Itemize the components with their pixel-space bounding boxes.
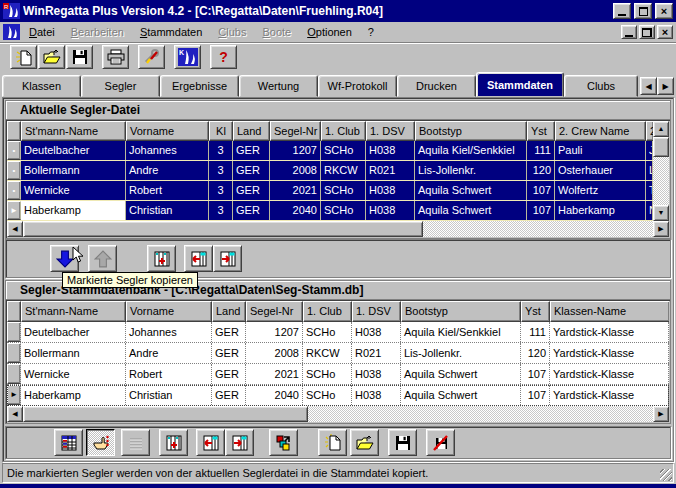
list-view-button[interactable] bbox=[121, 429, 150, 456]
cell-segelnr[interactable]: 2021 bbox=[270, 181, 321, 200]
cell-bootstyp[interactable]: Aquila Schwert bbox=[401, 364, 521, 384]
cell-land[interactable]: GER bbox=[233, 161, 270, 180]
tab-drucken[interactable]: Drucken bbox=[397, 75, 476, 97]
help-button[interactable]: ? bbox=[210, 45, 237, 69]
scroll-left-button[interactable]: ◀ bbox=[7, 406, 23, 422]
cell-bootstyp[interactable]: Aquila Kiel/Senkkiel bbox=[415, 141, 527, 160]
cell-club[interactable]: RKCW bbox=[321, 161, 366, 180]
cell-partial[interactable]: J bbox=[646, 141, 653, 160]
document-logo-icon[interactable] bbox=[3, 24, 20, 40]
cell-vorname[interactable]: Robert bbox=[126, 364, 212, 384]
grid2-row-4-current[interactable]: ► Haberkamp Christian GER 2040 SCHo H038… bbox=[7, 385, 669, 406]
cell-dsv[interactable]: H038 bbox=[366, 181, 415, 200]
grid-move-right-button[interactable] bbox=[225, 429, 254, 456]
tab-scroll-right-button[interactable]: ▶ bbox=[657, 77, 674, 95]
mdi-minimize-button[interactable] bbox=[621, 25, 637, 39]
cell-bootstyp[interactable]: Lis-Jollenkr. bbox=[415, 161, 527, 180]
cell-vorname[interactable]: Andre bbox=[126, 161, 209, 180]
tab-ergebnisse[interactable]: Ergebnisse bbox=[160, 75, 239, 97]
row-selector[interactable]: • bbox=[7, 141, 21, 160]
cell-name[interactable]: Bollermann bbox=[21, 161, 126, 180]
cell-crew[interactable]: Wolfertz bbox=[555, 181, 646, 200]
cell-yst[interactable]: 120 bbox=[521, 343, 550, 363]
cell-dsv[interactable]: R021 bbox=[366, 161, 415, 180]
cancel-save-button[interactable] bbox=[426, 429, 455, 456]
cell-klasse[interactable]: Yardstick-Klasse bbox=[550, 343, 669, 363]
current-row-marker[interactable]: ► bbox=[7, 201, 21, 220]
mdi-restore-button[interactable] bbox=[639, 25, 655, 39]
settings-button[interactable] bbox=[138, 45, 165, 69]
cell-land[interactable]: GER bbox=[212, 364, 246, 384]
grid1-row-1[interactable]: • Deutelbacher Johannes 3 GER 1207 SCHo … bbox=[7, 141, 653, 161]
grid2-row-3[interactable]: Wernicke Robert GER 2021 SCHo H038 Aquil… bbox=[7, 364, 669, 385]
cell-dsv[interactable]: H038 bbox=[352, 364, 401, 384]
cell-crew[interactable]: Osterhauer bbox=[555, 161, 646, 180]
grid1-row-2[interactable]: • Bollermann Andre 3 GER 2008 RKCW R021 … bbox=[7, 161, 653, 181]
winregatta-button[interactable]: K bbox=[174, 45, 201, 69]
cell-crew[interactable]: Haberkamp bbox=[555, 201, 646, 220]
mdi-close-button[interactable]: × bbox=[657, 25, 673, 39]
scroll-right-button[interactable]: ▶ bbox=[653, 406, 669, 422]
cell-bootstyp[interactable]: Lis-Jollenkr. bbox=[401, 343, 521, 363]
cell-yst[interactable]: 107 bbox=[527, 181, 555, 200]
cell-club[interactable]: SCHo bbox=[321, 181, 366, 200]
grid1-header-land[interactable]: Land bbox=[233, 121, 270, 141]
row-selector[interactable] bbox=[7, 322, 21, 342]
cell-land[interactable]: GER bbox=[212, 322, 246, 342]
tab-clubs[interactable]: Clubs bbox=[564, 75, 638, 97]
tab-wf-protokoll[interactable]: Wf-Protokoll bbox=[318, 75, 397, 97]
cell-name[interactable]: Wernicke bbox=[21, 364, 126, 384]
grid1-header-club[interactable]: 1. Club bbox=[321, 121, 366, 141]
grid-insert-button[interactable] bbox=[147, 245, 176, 272]
grid2-header-stmann-name[interactable]: St'mann-Name bbox=[21, 301, 126, 322]
grid2-header-dsv[interactable]: 1. DSV bbox=[352, 301, 401, 322]
cell-partial[interactable]: T bbox=[646, 181, 653, 200]
grid2-row-2[interactable]: Bollermann Andre GER 2008 RKCW R021 Lis-… bbox=[7, 343, 669, 364]
cell-vorname[interactable]: Johannes bbox=[126, 322, 212, 342]
tab-wertung[interactable]: Wertung bbox=[239, 75, 318, 97]
cell-segelnr[interactable]: 2008 bbox=[246, 343, 303, 363]
tab-stammdaten[interactable]: Stammdaten bbox=[476, 72, 564, 97]
cell-yst[interactable]: 107 bbox=[521, 385, 550, 405]
current-row-marker[interactable]: ► bbox=[7, 385, 21, 405]
cell-club[interactable]: SCHo bbox=[321, 201, 366, 220]
new-file-button[interactable] bbox=[10, 45, 37, 69]
cell-club[interactable]: SCHo bbox=[303, 385, 352, 405]
cell-klasse[interactable]: Yardstick-Klasse bbox=[550, 322, 669, 342]
cell-land[interactable]: GER bbox=[233, 181, 270, 200]
row-selector[interactable] bbox=[7, 364, 21, 384]
title-bar[interactable]: R WinRegatta Plus Version 4.2 - [C:\Rega… bbox=[0, 0, 676, 22]
grid-view-button[interactable] bbox=[54, 429, 83, 456]
cell-segelnr[interactable]: 2040 bbox=[270, 201, 321, 220]
edit-cell[interactable]: Haberkamp bbox=[21, 201, 126, 220]
cell-yst[interactable]: 111 bbox=[527, 141, 555, 160]
scroll-left-button[interactable]: ◀ bbox=[7, 221, 23, 237]
hand-select-button[interactable] bbox=[86, 429, 115, 456]
tab-klassen[interactable]: Klassen bbox=[2, 75, 81, 97]
cell-segelnr[interactable]: 1207 bbox=[246, 322, 303, 342]
cell-yst[interactable]: 111 bbox=[521, 322, 550, 342]
row-selector[interactable]: • bbox=[7, 161, 21, 180]
cell-dsv[interactable]: H038 bbox=[352, 322, 401, 342]
grid1-header-yst[interactable]: Yst bbox=[527, 121, 555, 141]
grid2-header-land[interactable]: Land bbox=[212, 301, 246, 322]
cell-name[interactable]: Haberkamp bbox=[21, 385, 126, 405]
save-button[interactable] bbox=[66, 45, 93, 69]
scroll-track[interactable] bbox=[423, 221, 653, 237]
cell-crew[interactable]: Pauli bbox=[555, 141, 646, 160]
cell-club[interactable]: SCHo bbox=[303, 322, 352, 342]
scroll-thumb[interactable] bbox=[23, 406, 308, 422]
new-stammdaten-button[interactable] bbox=[318, 429, 347, 456]
grid2-header-klassen-name[interactable]: Klassen-Name bbox=[550, 301, 669, 322]
cell-club[interactable]: SCHo bbox=[303, 364, 352, 384]
cell-kl[interactable]: 3 bbox=[209, 201, 233, 220]
menu-item-help[interactable]: ? bbox=[361, 24, 381, 40]
scroll-up-button[interactable]: ▲ bbox=[653, 121, 669, 137]
cell-club[interactable]: SCHo bbox=[321, 141, 366, 160]
grid2-horizontal-scrollbar[interactable]: ◀ ▶ bbox=[7, 406, 669, 422]
cell-dsv[interactable]: R021 bbox=[352, 343, 401, 363]
minimize-button[interactable] bbox=[613, 3, 631, 19]
grid-move-right-button[interactable] bbox=[213, 245, 242, 272]
scroll-track[interactable] bbox=[653, 157, 669, 205]
save-stammdaten-button[interactable] bbox=[388, 429, 417, 456]
